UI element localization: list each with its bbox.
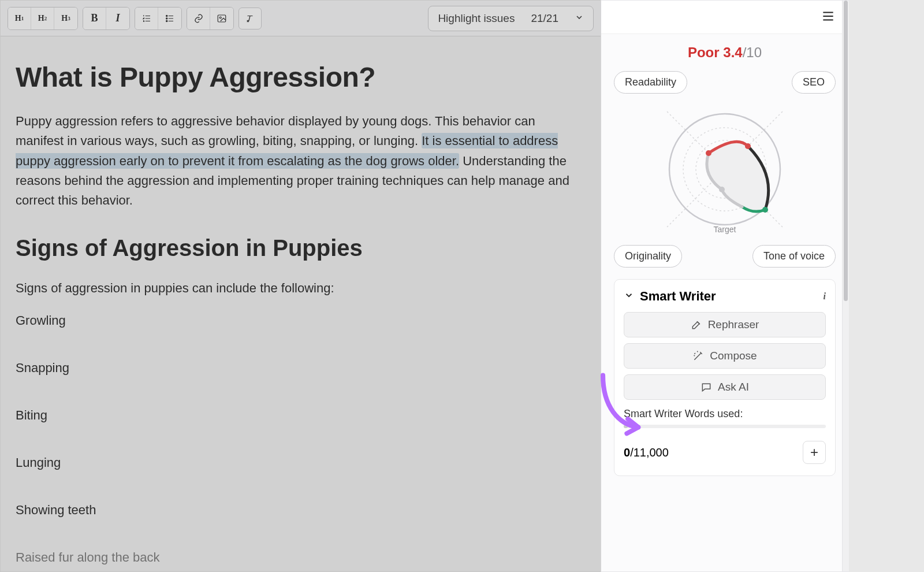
list-item: Lunging — [16, 453, 586, 473]
chevron-down-icon[interactable] — [624, 290, 634, 303]
radar-chart — [655, 100, 794, 239]
sidebar-header — [601, 1, 848, 34]
doc-paragraph-1: Puppy aggression refers to aggressive be… — [16, 112, 586, 210]
doc-paragraph-2: Signs of aggression in puppies can inclu… — [16, 278, 586, 298]
h2-button[interactable]: H2 — [31, 8, 54, 29]
insert-group — [187, 7, 234, 30]
rephraser-button[interactable]: Rephraser — [624, 312, 826, 337]
list-group — [135, 7, 182, 30]
readability-pill[interactable]: Readability — [614, 71, 687, 94]
italic-button[interactable]: I — [106, 8, 129, 29]
radar-chart-area: Readability SEO Originality Tone of voic… — [614, 71, 836, 268]
menu-icon[interactable] — [821, 9, 836, 26]
scrollbar[interactable] — [842, 1, 849, 571]
signs-list: Growling Snapping Biting Lunging Showing… — [16, 311, 586, 568]
highlight-issues-dropdown[interactable]: Highlight issues 21/21 — [428, 6, 594, 31]
highlight-count: 21/21 — [531, 12, 558, 25]
edit-icon — [691, 319, 702, 330]
svg-point-11 — [706, 150, 711, 156]
doc-h1: What is Puppy Aggression? — [16, 56, 586, 99]
words-used-value: 0 — [624, 446, 630, 459]
analysis-sidebar: Poor 3.4/10 Readability SEO Originality … — [601, 0, 849, 572]
tone-pill[interactable]: Tone of voice — [752, 245, 836, 268]
chevron-down-icon — [575, 12, 584, 25]
svg-point-14 — [719, 187, 725, 192]
list-item: Showing teeth — [16, 500, 586, 520]
words-used-label: Smart Writer Words used: — [624, 408, 826, 420]
svg-point-1 — [166, 17, 167, 18]
smart-writer-panel: Smart Writer i Rephraser Compose Ask AI … — [614, 279, 836, 476]
svg-point-12 — [745, 143, 751, 149]
h1-button[interactable]: H1 — [8, 8, 31, 29]
editor-toolbar: H1 H2 H3 B I Hig — [1, 1, 601, 36]
info-icon[interactable]: i — [824, 291, 826, 302]
clear-format-button[interactable] — [239, 8, 262, 29]
editor-pane: H1 H2 H3 B I Hig — [0, 0, 601, 572]
ordered-list-button[interactable] — [135, 8, 158, 29]
doc-h2: Signs of Aggression in Puppies — [16, 230, 586, 266]
document-body[interactable]: What is Puppy Aggression? Puppy aggressi… — [1, 36, 601, 572]
link-button[interactable] — [187, 8, 210, 29]
text-style-group: B I — [83, 7, 130, 30]
chat-icon — [701, 381, 712, 393]
seo-pill[interactable]: SEO — [792, 71, 836, 94]
list-item: Biting — [16, 406, 586, 425]
h3-button[interactable]: H3 — [54, 8, 77, 29]
svg-point-2 — [166, 20, 167, 21]
heading-group: H1 H2 H3 — [8, 7, 78, 30]
svg-point-13 — [762, 207, 768, 213]
ask-ai-button[interactable]: Ask AI — [624, 374, 826, 400]
svg-rect-3 — [218, 15, 226, 22]
wand-icon — [692, 350, 704, 362]
bold-button[interactable]: B — [83, 8, 106, 29]
svg-point-0 — [166, 15, 167, 16]
list-item: Growling — [16, 311, 586, 330]
unordered-list-button[interactable] — [158, 8, 181, 29]
originality-pill[interactable]: Originality — [614, 245, 682, 268]
list-item: Raised fur along the back — [16, 548, 586, 567]
words-used-row: 0/11,000 + — [624, 441, 826, 464]
compose-button[interactable]: Compose — [624, 343, 826, 369]
words-used-progress — [624, 425, 826, 428]
image-button[interactable] — [210, 8, 233, 29]
overall-score: Poor 3.4/10 — [614, 44, 836, 61]
add-words-button[interactable]: + — [803, 441, 826, 464]
list-item: Snapping — [16, 358, 586, 378]
highlight-label: Highlight issues — [438, 12, 515, 25]
smart-writer-title: Smart Writer — [640, 289, 818, 304]
svg-point-4 — [219, 17, 221, 18]
